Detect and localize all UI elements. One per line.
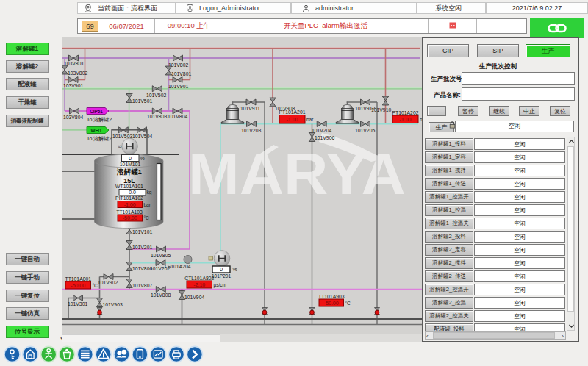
svg-text:101V911: 101V911 [240, 106, 260, 111]
svg-text:°C: °C [345, 301, 351, 306]
svg-text:-1.00: -1.00 [287, 117, 298, 122]
svg-text:101P201: 101P201 [212, 273, 231, 279]
svg-text:101V808: 101V808 [151, 293, 171, 298]
svg-text:15L: 15L [123, 177, 135, 184]
svg-text:°C: °C [93, 283, 98, 288]
svg-text:0.0: 0.0 [129, 190, 136, 195]
svg-text:0: 0 [129, 155, 132, 162]
svg-text:bar: bar [306, 117, 314, 122]
svg-text:MARYA: MARYA [188, 141, 406, 207]
svg-text:PT101A202: PT101A202 [392, 110, 419, 115]
svg-text:PIT101A102: PIT101A102 [115, 195, 143, 201]
svg-text:103V901: 103V901 [63, 83, 83, 88]
svg-text:-50.00: -50.00 [324, 301, 339, 306]
svg-text:101V101: 101V101 [132, 229, 152, 234]
svg-text:WT101A101: WT101A101 [115, 184, 143, 189]
svg-text:101V910: 101V910 [371, 107, 391, 112]
svg-text:TT101A801: TT101A801 [65, 276, 91, 281]
svg-text:-50.00: -50.00 [123, 215, 137, 220]
svg-text:103V804: 103V804 [63, 115, 83, 120]
svg-text:WFI1: WFI1 [90, 128, 102, 133]
svg-text:101V503: 101V503 [112, 134, 132, 139]
svg-text:kg: kg [147, 190, 152, 195]
svg-text:-2.10: -2.10 [193, 282, 205, 287]
svg-text:°C: °C [144, 215, 150, 220]
svg-text:To 溶解罐2: To 溶解罐2 [87, 136, 112, 142]
svg-text:To 溶解罐2: To 溶解罐2 [87, 117, 112, 123]
svg-text:TT101A903: TT101A903 [318, 294, 345, 299]
svg-text:101V804: 101V804 [168, 114, 187, 119]
svg-text:TT101A103: TT101A103 [116, 209, 143, 215]
svg-text:CIP51: CIP51 [90, 109, 103, 114]
svg-text:µs/cm: µs/cm [214, 282, 226, 288]
svg-text:101V504: 101V504 [132, 134, 152, 139]
svg-text:101V901: 101V901 [168, 84, 188, 89]
svg-text:101V801: 101V801 [171, 71, 191, 76]
svg-text:PT101A201: PT101A201 [279, 110, 306, 115]
svg-text:CTL101A802: CTL101A802 [184, 276, 214, 281]
svg-text:%: % [140, 156, 145, 161]
svg-text:bar: bar [144, 202, 151, 207]
svg-text:101V904: 101V904 [184, 295, 204, 300]
svg-text:101V201: 101V201 [132, 245, 152, 250]
svg-text:溶解罐1: 溶解罐1 [116, 168, 143, 176]
svg-text:B: B [118, 145, 122, 148]
svg-text:0: 0 [220, 266, 223, 273]
svg-text:101V502: 101V502 [146, 93, 166, 98]
svg-text:101V301: 101V301 [68, 301, 87, 306]
svg-text:101V501: 101V501 [132, 98, 152, 104]
svg-text:101V803: 101V803 [147, 114, 167, 119]
svg-text:101V807: 101V807 [132, 283, 152, 288]
svg-text:101V203: 101V203 [241, 128, 261, 133]
svg-text:101V906: 101V906 [315, 135, 334, 140]
svg-text:101V902: 101V902 [98, 280, 118, 285]
svg-text:-50.00: -50.00 [71, 283, 85, 288]
svg-text:-1.00: -1.00 [124, 202, 136, 207]
svg-text:103V802: 103V802 [68, 71, 87, 76]
svg-text:101V205: 101V205 [355, 128, 375, 133]
svg-text:-1.00: -1.00 [400, 117, 412, 122]
svg-text:LS101A204: LS101A204 [165, 264, 191, 269]
svg-text:101V805: 101V805 [151, 253, 171, 258]
svg-text:%: % [233, 267, 237, 272]
svg-text:101M101: 101M101 [120, 162, 141, 167]
svg-text:101V204: 101V204 [312, 128, 331, 133]
svg-text:101V903: 101V903 [103, 302, 123, 307]
svg-text:101V806: 101V806 [132, 266, 152, 271]
